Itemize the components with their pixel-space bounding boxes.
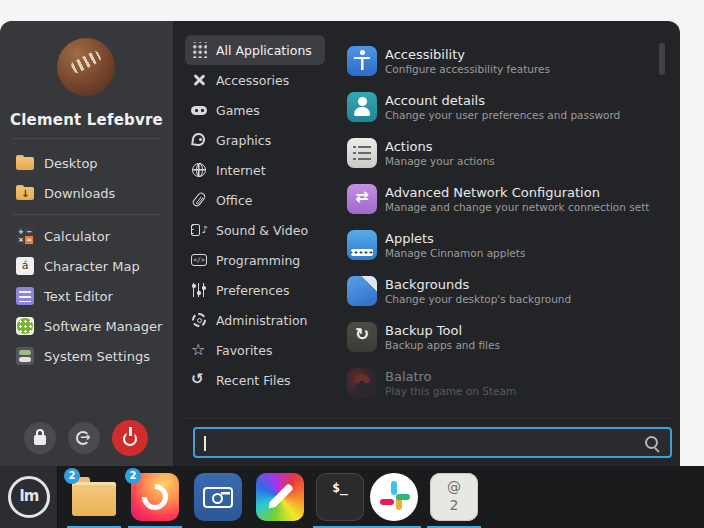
session-button[interactable] (24, 422, 56, 454)
category-label: Recent Files (216, 373, 291, 388)
start-menu-popup: Clement Lefebvre Desktop ↓ Downloads Cal… (0, 21, 680, 466)
taskbar-icon-glyph: $_ (316, 473, 364, 521)
taskbar-app-button[interactable] (256, 473, 304, 521)
category-item[interactable]: Administration (185, 305, 325, 335)
sidebar-app-label: Software Manager (44, 319, 162, 334)
place-label: Downloads (44, 186, 115, 201)
category-label: Programming (216, 253, 300, 268)
taskbar-panel: lm 2 2 $_ (0, 466, 704, 528)
taskbar-app-button[interactable]: $_ (316, 473, 364, 521)
category-label: Graphics (216, 133, 271, 148)
application-icon (347, 276, 377, 306)
sidebar-app-label: Calculator (44, 229, 110, 244)
application-item[interactable]: Applets Manage Cinnamon applets (330, 222, 650, 268)
notification-badge: 2 (64, 468, 80, 484)
category-label: Administration (216, 313, 307, 328)
application-icon (347, 184, 377, 214)
category-label: All Applications (216, 43, 312, 58)
folder-icon (16, 154, 34, 172)
category-label: Sound & Video (216, 223, 308, 238)
application-item[interactable]: Backup Tool Backup apps and files (330, 314, 650, 360)
applist-scrollbar-thumb[interactable] (659, 43, 665, 75)
application-title: Backup Tool (385, 323, 500, 339)
category-label: Favorites (216, 343, 272, 358)
category-item[interactable]: Preferences (185, 275, 325, 305)
application-item[interactable]: Account details Change your user prefere… (330, 84, 650, 130)
notification-badge: 2 (125, 468, 141, 484)
category-item[interactable]: Sound & Video (185, 215, 325, 245)
menu-sidebar: Clement Lefebvre Desktop ↓ Downloads Cal… (0, 21, 173, 466)
application-list: Accessibility Configure accessibility fe… (330, 21, 650, 406)
category-icon (191, 282, 207, 298)
app-icon (16, 347, 34, 365)
taskbar-app-button[interactable]: 2 (70, 473, 118, 521)
application-description: Change your user preferences and passwor… (385, 109, 620, 122)
category-item[interactable]: Graphics (185, 125, 325, 155)
application-icon (347, 92, 377, 122)
application-icon (347, 322, 377, 352)
taskbar-icon-glyph (370, 473, 418, 521)
category-icon (191, 252, 207, 268)
category-icon (191, 312, 207, 328)
place-item[interactable]: Desktop (0, 148, 173, 178)
application-title: Accessibility (385, 47, 550, 63)
search-icon (645, 436, 658, 449)
application-item[interactable]: Accessibility Configure accessibility fe… (330, 38, 650, 84)
category-icon (191, 42, 207, 58)
application-title: Applets (385, 231, 525, 247)
category-icon (191, 342, 207, 358)
places-list: Desktop ↓ Downloads (0, 148, 173, 208)
app-icon (16, 287, 34, 305)
taskbar-app-button[interactable] (194, 473, 242, 521)
app-icon (16, 227, 34, 245)
category-item[interactable]: Office (185, 185, 325, 215)
category-icon (191, 102, 207, 118)
category-item[interactable]: Internet (185, 155, 325, 185)
application-title: Account details (385, 93, 620, 109)
application-description: Play this game on Steam (385, 385, 516, 398)
application-item[interactable]: Backgrounds Change your desktop's backgr… (330, 268, 650, 314)
taskbar-icon-glyph (256, 473, 304, 521)
session-buttons (24, 420, 154, 456)
application-item[interactable]: Advanced Network Configuration Manage an… (330, 176, 650, 222)
category-list: All Applications Accessories Games Graph… (173, 21, 330, 395)
folder-icon: ↓ (16, 184, 34, 202)
search-divider (181, 418, 674, 419)
category-item[interactable]: Favorites (185, 335, 325, 365)
session-button[interactable] (68, 422, 100, 454)
application-icon (347, 230, 377, 260)
sidebar-app-item[interactable]: Calculator (0, 221, 173, 251)
sidebar-divider (13, 138, 160, 139)
application-description: Configure accessibility features (385, 63, 550, 76)
sidebar-app-list: Calculator Character Map Text Editor Sof… (0, 221, 173, 371)
category-label: Games (216, 103, 260, 118)
category-label: Accessories (216, 73, 289, 88)
taskbar-app-button[interactable]: 2 (131, 473, 179, 521)
session-button[interactable] (112, 420, 148, 456)
app-icon (16, 257, 34, 275)
category-item[interactable]: All Applications (185, 35, 325, 65)
search-input[interactable] (193, 427, 672, 458)
category-icon (191, 222, 207, 238)
application-description: Manage and change your network connectio… (385, 201, 650, 214)
application-item[interactable]: Balatro Play this game on Steam (330, 360, 650, 406)
application-title: Backgrounds (385, 277, 571, 293)
taskbar-app-button[interactable]: @ 2 (430, 473, 478, 521)
sidebar-app-item[interactable]: Software Manager (0, 311, 173, 341)
category-item[interactable]: Recent Files (185, 365, 325, 395)
user-avatar[interactable] (57, 38, 115, 96)
category-item[interactable]: Accessories (185, 65, 325, 95)
category-icon (191, 72, 207, 88)
place-item[interactable]: ↓ Downloads (0, 178, 173, 208)
taskbar-app-button[interactable] (370, 473, 418, 521)
sidebar-app-item[interactable]: System Settings (0, 341, 173, 371)
menu-button[interactable]: lm (0, 466, 58, 528)
sidebar-app-item[interactable]: Character Map (0, 251, 173, 281)
application-item[interactable]: Actions Manage your actions (330, 130, 650, 176)
category-label: Internet (216, 163, 266, 178)
category-item[interactable]: Programming (185, 245, 325, 275)
taskbar-icon-glyph: @ 2 (430, 473, 478, 521)
sidebar-app-item[interactable]: Text Editor (0, 281, 173, 311)
category-item[interactable]: Games (185, 95, 325, 125)
application-icon (347, 138, 377, 168)
